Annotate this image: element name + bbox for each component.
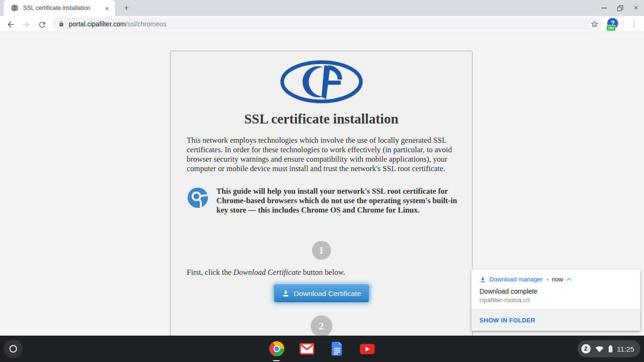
- address-bar[interactable]: portal.cipafilter.com/ssl/chromeos: [52, 17, 602, 31]
- back-arrow-icon: [6, 20, 16, 29]
- star-icon: [590, 20, 599, 28]
- chromeos-shelf: 2 11:25: [0, 336, 644, 362]
- clock: 11:25: [617, 345, 634, 353]
- url-path: /ssl/chromeos: [126, 20, 166, 28]
- chrome-note-text: This guide will help you install your ne…: [216, 187, 459, 215]
- chrome-app-icon[interactable]: [269, 341, 284, 356]
- step-2-badge: 2: [311, 315, 332, 336]
- content-card: SSL certificate installation This networ…: [170, 50, 473, 336]
- new-tab-button[interactable]: +: [121, 2, 132, 14]
- reload-icon: [38, 20, 47, 29]
- notification-source-link[interactable]: Download manager: [489, 276, 543, 283]
- instruction-post: button below.: [301, 268, 345, 277]
- window-close-button[interactable]: ×: [628, 0, 644, 16]
- bookmark-star-button[interactable]: [589, 19, 600, 29]
- instruction-pre: First, click the: [187, 268, 233, 277]
- back-button[interactable]: [5, 19, 17, 30]
- toolbar-divider: [623, 20, 624, 29]
- browser-menu-button[interactable]: ⋮: [629, 18, 639, 30]
- window-restore-button[interactable]: [612, 0, 628, 16]
- docs-app-icon[interactable]: [330, 341, 345, 356]
- restore-icon: [617, 5, 623, 11]
- url-host: portal.cipafilter.com: [69, 20, 126, 28]
- tab-favicon-globe-icon: [11, 4, 18, 12]
- step-1-badge: 1: [312, 241, 331, 260]
- shelf-apps: [269, 341, 375, 356]
- battery-icon: [608, 345, 613, 353]
- page-title: SSL certificate installation: [171, 111, 472, 127]
- chevron-up-icon[interactable]: [566, 277, 572, 281]
- chromium-icon: [187, 187, 209, 215]
- notification-title: Download complete: [471, 283, 640, 295]
- status-tray[interactable]: 2 11:25: [578, 340, 640, 357]
- browser-tab[interactable]: SSL certificate installation ×: [4, 0, 115, 16]
- download-manager-icon: [479, 276, 486, 283]
- cipafilter-logo-icon: [278, 59, 365, 107]
- notification-time: now: [552, 276, 563, 283]
- notification-filename: cipafilter-rootca.crt: [471, 295, 640, 304]
- notification-dot: •: [547, 277, 549, 282]
- launcher-button[interactable]: [4, 339, 23, 358]
- window-controls: ×: [596, 0, 644, 16]
- chrome-active-indicator: [273, 360, 280, 362]
- wifi-icon: [595, 346, 604, 353]
- youtube-app-icon[interactable]: [360, 341, 375, 356]
- download-notification[interactable]: Download manager • now Download complete…: [471, 270, 640, 331]
- intro-paragraph: This network employs technologies which …: [187, 136, 458, 173]
- notification-count-badge: 2: [581, 344, 591, 354]
- download-certificate-button[interactable]: Download Certificate: [274, 285, 369, 302]
- profile-avatar[interactable]: ? OK: [607, 18, 618, 29]
- download-button-label: Download Certificate: [294, 289, 361, 298]
- reload-button[interactable]: [36, 19, 48, 30]
- forward-arrow-icon: [21, 20, 31, 29]
- minimize-icon: [602, 8, 607, 8]
- show-in-folder-button[interactable]: SHOW IN FOLDER: [479, 317, 535, 324]
- chrome-note: This guide will help you install your ne…: [187, 187, 459, 215]
- tab-title: SSL certificate installation: [23, 5, 103, 11]
- tab-close-icon[interactable]: ×: [103, 4, 111, 12]
- close-icon: ×: [634, 4, 638, 12]
- step-1-instruction: First, click the Download Certificate bu…: [187, 268, 345, 277]
- tab-strip: SSL certificate installation × + ×: [0, 0, 644, 16]
- instruction-em: Download Certificate: [233, 268, 301, 277]
- browser-toolbar: portal.cipafilter.com/ssl/chromeos ? OK …: [0, 16, 644, 32]
- lock-icon: [58, 21, 64, 27]
- avatar-ok-badge: OK: [606, 25, 616, 31]
- gmail-app-icon[interactable]: [299, 341, 314, 356]
- download-icon: [281, 289, 289, 297]
- notification-footer: SHOW IN FOLDER: [471, 309, 640, 331]
- notification-header: Download manager • now: [471, 270, 640, 283]
- window-minimize-button[interactable]: [596, 0, 612, 16]
- forward-button[interactable]: [20, 19, 32, 30]
- launcher-ring-icon: [9, 345, 17, 353]
